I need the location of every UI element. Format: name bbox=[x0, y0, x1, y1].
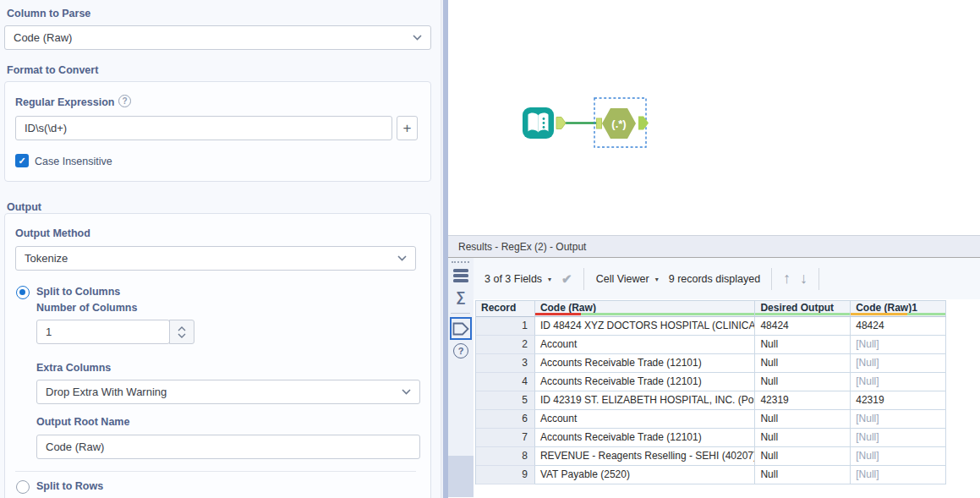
output-anchor-selector[interactable] bbox=[450, 317, 472, 340]
cell-viewer-dropdown[interactable]: Cell Viewer bbox=[596, 273, 649, 285]
grid-cell[interactable]: [Null] bbox=[851, 466, 946, 484]
regular-expression-input[interactable]: ID\s(\d+) bbox=[15, 116, 392, 140]
table-row: 6AccountNull[Null] bbox=[476, 410, 946, 429]
add-expression-button[interactable]: + bbox=[397, 116, 418, 140]
grid-cell[interactable]: Accounts Receivable Trade (12101) bbox=[535, 429, 756, 447]
workflow-canvas[interactable]: (.*) bbox=[448, 0, 980, 235]
apply-check-icon[interactable]: ✔ bbox=[561, 271, 572, 287]
grid-cell[interactable]: Account bbox=[535, 336, 756, 354]
text-input-tool[interactable] bbox=[523, 107, 566, 139]
grid-cell[interactable]: 48424 bbox=[851, 317, 946, 336]
spinner-down-icon[interactable] bbox=[178, 333, 186, 338]
column-to-parse-value: Code (Raw) bbox=[14, 31, 72, 44]
grid-column-header[interactable]: Record bbox=[476, 301, 535, 317]
column-to-parse-label: Column to Parse bbox=[7, 8, 90, 19]
grid-cell[interactable]: [Null] bbox=[851, 373, 946, 391]
record-number[interactable]: 5 bbox=[476, 391, 535, 410]
results-side-strip: ∑ ? bbox=[448, 258, 474, 497]
grid-cell[interactable]: [Null] bbox=[851, 429, 946, 447]
record-number[interactable]: 1 bbox=[476, 317, 535, 336]
extra-columns-label: Extra Columns bbox=[36, 362, 111, 374]
record-number[interactable]: 6 bbox=[476, 410, 535, 429]
output-method-value: Tokenize bbox=[25, 252, 68, 265]
input-anchor[interactable] bbox=[597, 118, 602, 129]
caret-down-icon[interactable]: ▾ bbox=[655, 276, 659, 283]
extra-columns-select[interactable]: Drop Extra With Warning bbox=[36, 380, 420, 404]
output-root-name-input[interactable]: Code (Raw) bbox=[36, 435, 420, 459]
grid-cell[interactable]: VAT Payable (2520) bbox=[535, 466, 756, 484]
format-to-convert-label: Format to Convert bbox=[7, 64, 98, 76]
number-of-columns-label: Number of Columns bbox=[36, 302, 137, 314]
results-title-bar[interactable]: Results - RegEx (2) - Output bbox=[448, 235, 980, 258]
grid-cell[interactable]: [Null] bbox=[851, 336, 946, 354]
output-root-name-value: Code (Raw) bbox=[46, 441, 104, 453]
results-grid: RecordCode (Raw)Desired OutputCode (Raw)… bbox=[475, 300, 946, 484]
grid-cell[interactable]: Null bbox=[755, 354, 851, 373]
number-of-columns-input[interactable]: 1 bbox=[36, 320, 170, 344]
split-to-rows-label: Split to Rows bbox=[36, 480, 103, 492]
help-icon[interactable]: ? bbox=[453, 343, 468, 358]
strip-separator bbox=[451, 313, 470, 314]
output-anchor[interactable] bbox=[638, 117, 649, 130]
panel-splitter[interactable] bbox=[441, 0, 448, 498]
spinner-up-icon[interactable] bbox=[178, 326, 186, 331]
arrow-up-icon[interactable]: ↑ bbox=[783, 270, 791, 287]
table-row: 3Accounts Receivable Trade (12101)Null[N… bbox=[476, 354, 946, 373]
table-row: 4Accounts Receivable Trade (12101)Null[N… bbox=[476, 373, 946, 391]
results-panel: Results - RegEx (2) - Output 3 of 3 Fiel… bbox=[448, 235, 980, 498]
results-toolbar: 3 of 3 Fields ▾ ✔ Cell Viewer ▾ 9 record… bbox=[474, 258, 980, 299]
regular-expression-label: Regular Expression bbox=[15, 96, 114, 108]
toolbar-separator bbox=[583, 268, 584, 290]
split-to-columns-radio[interactable] bbox=[16, 286, 30, 299]
grid-column-header[interactable]: Code (Raw)1 bbox=[851, 301, 946, 317]
grid-cell[interactable]: ID 48424 XYZ DOCTORS HOSPITAL (CLINICA H… bbox=[535, 317, 756, 336]
help-icon[interactable]: ? bbox=[118, 95, 131, 107]
table-row: 5ID 42319 ST. ELIZABETH HOSPITAL, INC. (… bbox=[476, 391, 946, 410]
grid-cell[interactable]: [Null] bbox=[851, 410, 946, 429]
drag-handle-icon[interactable] bbox=[452, 261, 469, 263]
number-of-columns-stepper[interactable] bbox=[169, 320, 194, 344]
regular-expression-value: ID\s(\d+) bbox=[25, 122, 67, 134]
output-anchor[interactable] bbox=[556, 118, 566, 129]
chevron-down-icon bbox=[413, 35, 422, 41]
record-number[interactable]: 9 bbox=[476, 466, 535, 484]
caret-down-icon[interactable]: ▾ bbox=[548, 276, 551, 283]
record-number[interactable]: 3 bbox=[476, 354, 535, 373]
metadata-view-icon[interactable]: ∑ bbox=[448, 289, 474, 304]
grid-cell[interactable]: Null bbox=[755, 466, 851, 484]
grid-cell[interactable]: 48424 bbox=[755, 317, 851, 336]
grid-cell[interactable]: Null bbox=[755, 336, 851, 354]
output-root-name-label: Output Root Name bbox=[36, 416, 129, 428]
grid-column-header[interactable]: Code (Raw) bbox=[535, 301, 756, 317]
grid-cell[interactable]: Null bbox=[755, 373, 851, 391]
arrow-down-icon[interactable]: ↓ bbox=[800, 270, 808, 287]
case-insensitive-checkbox[interactable]: ✓ bbox=[15, 154, 29, 167]
record-number[interactable]: 7 bbox=[476, 429, 535, 447]
record-number[interactable]: 8 bbox=[476, 447, 535, 466]
grid-cell[interactable]: Account bbox=[535, 410, 756, 429]
output-method-select[interactable]: Tokenize bbox=[15, 246, 416, 271]
regex-tool[interactable]: (.*) bbox=[594, 98, 649, 147]
grid-cell[interactable]: 42319 bbox=[851, 391, 946, 410]
grid-cell[interactable]: REVENUE - Reagents Reselling - SEHI (402… bbox=[535, 447, 756, 466]
grid-cell[interactable]: [Null] bbox=[851, 447, 946, 466]
grid-cell[interactable]: Null bbox=[755, 429, 851, 447]
record-number[interactable]: 2 bbox=[476, 336, 535, 354]
grid-column-header[interactable]: Desired Output bbox=[755, 301, 851, 317]
grid-cell[interactable]: Accounts Receivable Trade (12101) bbox=[535, 354, 756, 373]
grid-cell[interactable]: Null bbox=[755, 447, 851, 466]
split-to-rows-radio[interactable] bbox=[16, 480, 30, 494]
results-title: Results - RegEx (2) - Output bbox=[458, 241, 586, 253]
fields-summary-dropdown[interactable]: 3 of 3 Fields bbox=[485, 273, 542, 285]
column-to-parse-select[interactable]: Code (Raw) bbox=[4, 25, 431, 50]
record-number[interactable]: 4 bbox=[476, 373, 535, 391]
grid-cell[interactable]: Accounts Receivable Trade (12101) bbox=[535, 373, 756, 391]
grid-cell[interactable]: ID 42319 ST. ELIZABETH HOSPITAL, INC. (P… bbox=[535, 391, 756, 410]
data-quality-bar bbox=[755, 313, 850, 315]
open-book-icon bbox=[528, 113, 549, 133]
grid-cell[interactable]: [Null] bbox=[851, 354, 946, 373]
grid-column-label: Code (Raw) bbox=[540, 302, 596, 314]
grid-cell[interactable]: 42319 bbox=[755, 391, 851, 410]
grid-cell[interactable]: Null bbox=[755, 410, 851, 429]
data-table-view-icon[interactable] bbox=[453, 269, 468, 283]
